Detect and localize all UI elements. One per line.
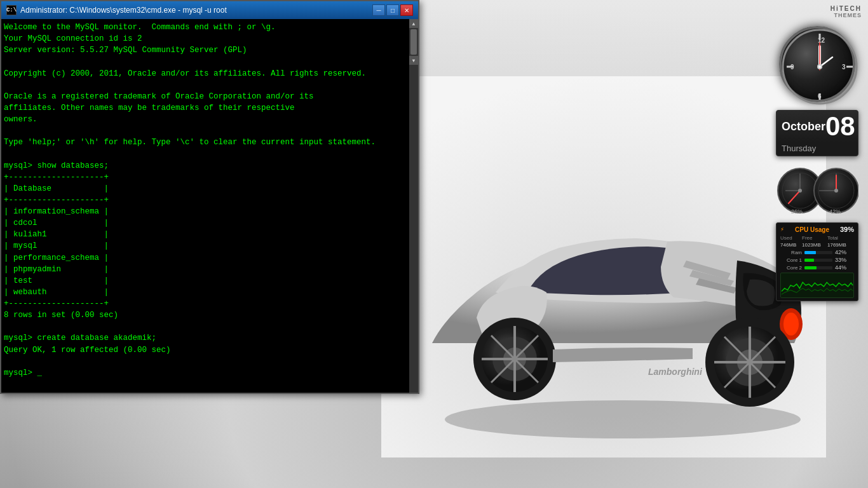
cmd-titlebar: C:\ Administrator: C:\Windows\system32\c… [1,1,418,19]
cpu-core1-row: Core 1 33% [780,257,854,263]
maximize-button[interactable]: □ [386,4,399,16]
scroll-up-arrow[interactable]: ▲ [409,19,418,28]
hitech-line1: HiTECH [773,5,862,12]
clock-face: 12 3 6 9 [779,26,855,102]
gauges-widget: 26% 42% [776,164,858,215]
cmd-body: Welcome to the MySQL monitor. Commands e… [1,19,418,393]
cmd-icon: C:\ [6,5,17,15]
svg-point-34 [818,65,821,68]
cpu-core2-label: Core 2 [780,265,802,271]
cpu-title: CPU Usage [795,226,829,233]
cpu-core1-bar-fill [804,259,814,262]
cpu-mem-values: 746MB 1023MB 1769MB [780,242,854,248]
svg-text:6: 6 [818,93,822,100]
cpu-core1-label: Core 1 [780,257,802,263]
cpu-ram-label: Ram [780,250,802,255]
cpu-title-row: ⚡ CPU Usage 39% [780,226,854,233]
cpu-graph-svg [781,273,853,297]
cmd-content[interactable]: Welcome to the MySQL monitor. Commands e… [1,19,409,393]
date-widget: October 08 Thursday [776,110,858,156]
cmd-title-left: C:\ Administrator: C:\Windows\system32\c… [6,5,227,15]
hitech-line2: THEMES [773,12,862,18]
cpu-core2-bar-bg [804,266,832,269]
scroll-down-arrow[interactable]: ▼ [409,56,418,65]
minimize-button[interactable]: ─ [372,4,385,16]
cmd-window: C:\ Administrator: C:\Windows\system32\c… [0,0,419,394]
cmd-scrollbar[interactable]: ▲ ▼ [409,19,418,393]
svg-text:3: 3 [842,64,846,71]
cpu-core2-value: 44% [835,264,854,271]
cpu-widget: ⚡ CPU Usage 39% Used Free Total 746MB 10… [776,222,858,301]
cmd-title-text: Administrator: C:\Windows\system32\cmd.e… [20,6,227,15]
cpu-core2-row: Core 2 44% [780,264,854,271]
cpu-ram-bar-fill [804,251,816,254]
cpu-ram-value: 42% [835,249,854,255]
svg-text:Lamborghini: Lamborghini [648,367,703,377]
cpu-mem-labels: Used Free Total [780,235,854,241]
cpu-icon: ⚡ [780,226,784,233]
date-month: October [782,120,825,133]
car-image: Lamborghini [381,76,826,458]
clock-svg: 12 3 6 9 [782,29,858,105]
date-day-number: 08 [825,113,855,140]
right-panel: HiTECH THEMES 12 3 6 9 [766,0,868,488]
svg-point-43 [834,189,838,193]
svg-text:26%: 26% [791,208,803,215]
desktop: Lamborghini C:\ Administrator: C:\Window… [0,0,868,488]
cpu-core2-bar-fill [804,266,817,269]
svg-text:9: 9 [790,64,794,71]
date-month-row: October 08 [776,111,858,142]
cpu-ram-bar-bg [804,251,832,254]
cpu-core1-bar-bg [804,259,832,262]
cpu-usage-percent: 39% [840,226,854,233]
gauges-svg: 26% 42% [776,164,858,215]
svg-text:12: 12 [818,37,825,44]
svg-text:42%: 42% [829,208,841,215]
svg-point-38 [798,189,802,193]
scroll-thumb[interactable] [410,29,417,55]
hitech-logo: HiTECH THEMES [773,5,862,18]
clock-widget: 12 3 6 9 [779,26,855,102]
cpu-core1-value: 33% [835,257,854,263]
date-day-name: Thursday [776,142,858,156]
cpu-graph [780,273,854,298]
cpu-ram-row: Ram 42% [780,249,854,255]
close-button[interactable]: ✕ [400,4,413,16]
cmd-controls: ─ □ ✕ [372,4,413,16]
